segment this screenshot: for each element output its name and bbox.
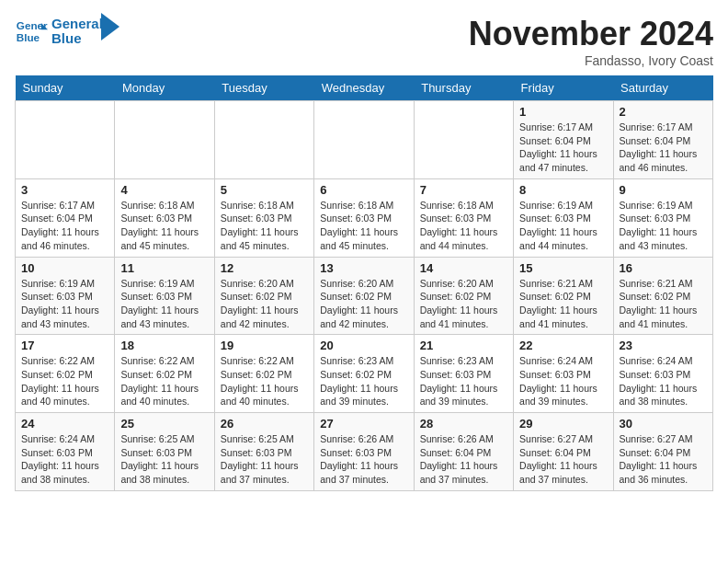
day-number: 1 (519, 105, 607, 119)
calendar-week-4: 17Sunrise: 6:22 AM Sunset: 6:02 PM Dayli… (16, 335, 713, 413)
day-info: Sunrise: 6:18 AM Sunset: 6:03 PM Dayligh… (120, 199, 208, 253)
page-header: General Blue General Blue November 2024 … (15, 15, 713, 68)
calendar-cell: 15Sunrise: 6:21 AM Sunset: 6:02 PM Dayli… (514, 257, 613, 335)
day-number: 5 (221, 183, 308, 197)
day-number: 17 (21, 339, 108, 352)
calendar-cell: 16Sunrise: 6:21 AM Sunset: 6:02 PM Dayli… (613, 257, 712, 335)
day-info: Sunrise: 6:21 AM Sunset: 6:02 PM Dayligh… (519, 277, 607, 331)
day-info: Sunrise: 6:17 AM Sunset: 6:04 PM Dayligh… (21, 199, 108, 253)
calendar-week-1: 1Sunrise: 6:17 AM Sunset: 6:04 PM Daylig… (16, 101, 713, 179)
day-number: 15 (519, 261, 607, 275)
logo: General Blue General Blue (15, 15, 119, 48)
calendar-cell: 9Sunrise: 6:19 AM Sunset: 6:03 PM Daylig… (613, 178, 712, 257)
day-info: Sunrise: 6:27 AM Sunset: 6:04 PM Dayligh… (519, 432, 607, 487)
day-number: 20 (320, 339, 407, 352)
day-info: Sunrise: 6:18 AM Sunset: 6:03 PM Dayligh… (221, 199, 308, 253)
calendar-week-5: 24Sunrise: 6:24 AM Sunset: 6:03 PM Dayli… (16, 413, 713, 491)
day-info: Sunrise: 6:20 AM Sunset: 6:02 PM Dayligh… (320, 277, 407, 331)
day-info: Sunrise: 6:19 AM Sunset: 6:03 PM Dayligh… (21, 277, 108, 331)
calendar-week-2: 3Sunrise: 6:17 AM Sunset: 6:04 PM Daylig… (16, 178, 713, 257)
calendar-cell: 24Sunrise: 6:24 AM Sunset: 6:03 PM Dayli… (16, 413, 115, 491)
day-info: Sunrise: 6:25 AM Sunset: 6:03 PM Dayligh… (221, 432, 308, 487)
logo-text-general: General (51, 17, 103, 32)
calendar-cell: 10Sunrise: 6:19 AM Sunset: 6:03 PM Dayli… (16, 257, 115, 335)
day-of-week-wednesday: Wednesday (314, 75, 414, 101)
month-title: November 2024 (469, 15, 713, 53)
day-number: 19 (221, 339, 308, 352)
day-info: Sunrise: 6:24 AM Sunset: 6:03 PM Dayligh… (620, 354, 707, 408)
day-number: 2 (620, 105, 707, 119)
calendar-cell: 17Sunrise: 6:22 AM Sunset: 6:02 PM Dayli… (16, 335, 115, 413)
logo-text-blue: Blue (51, 31, 103, 47)
day-number: 26 (221, 417, 308, 431)
day-number: 24 (21, 417, 108, 431)
calendar-cell: 5Sunrise: 6:18 AM Sunset: 6:03 PM Daylig… (214, 178, 313, 257)
day-info: Sunrise: 6:23 AM Sunset: 6:02 PM Dayligh… (320, 354, 407, 408)
logo-arrow-icon (101, 13, 119, 40)
calendar-cell: 30Sunrise: 6:27 AM Sunset: 6:04 PM Dayli… (613, 413, 712, 491)
day-number: 18 (120, 339, 208, 352)
day-info: Sunrise: 6:18 AM Sunset: 6:03 PM Dayligh… (320, 199, 407, 253)
day-info: Sunrise: 6:22 AM Sunset: 6:02 PM Dayligh… (120, 354, 208, 408)
calendar-cell: 13Sunrise: 6:20 AM Sunset: 6:02 PM Dayli… (314, 257, 414, 335)
day-of-week-sunday: Sunday (16, 75, 115, 101)
day-info: Sunrise: 6:19 AM Sunset: 6:03 PM Dayligh… (519, 199, 607, 253)
day-number: 30 (620, 417, 707, 431)
calendar-cell: 25Sunrise: 6:25 AM Sunset: 6:03 PM Dayli… (115, 413, 214, 491)
day-of-week-friday: Friday (514, 75, 613, 101)
calendar-cell: 21Sunrise: 6:23 AM Sunset: 6:03 PM Dayli… (414, 335, 513, 413)
day-info: Sunrise: 6:24 AM Sunset: 6:03 PM Dayligh… (519, 354, 607, 408)
calendar-cell: 18Sunrise: 6:22 AM Sunset: 6:02 PM Dayli… (115, 335, 214, 413)
day-info: Sunrise: 6:19 AM Sunset: 6:03 PM Dayligh… (120, 277, 208, 331)
day-info: Sunrise: 6:25 AM Sunset: 6:03 PM Dayligh… (120, 432, 208, 487)
calendar-cell: 11Sunrise: 6:19 AM Sunset: 6:03 PM Dayli… (115, 257, 214, 335)
calendar-cell: 28Sunrise: 6:26 AM Sunset: 6:04 PM Dayli… (414, 413, 513, 491)
day-info: Sunrise: 6:20 AM Sunset: 6:02 PM Dayligh… (420, 277, 507, 331)
day-of-week-thursday: Thursday (414, 75, 513, 101)
day-of-week-monday: Monday (115, 75, 214, 101)
day-number: 7 (420, 183, 507, 197)
day-info: Sunrise: 6:26 AM Sunset: 6:03 PM Dayligh… (320, 432, 407, 487)
logo-icon: General Blue (15, 15, 48, 48)
day-info: Sunrise: 6:17 AM Sunset: 6:04 PM Dayligh… (620, 121, 707, 175)
calendar-cell: 3Sunrise: 6:17 AM Sunset: 6:04 PM Daylig… (16, 178, 115, 257)
calendar-cell (16, 101, 115, 179)
day-info: Sunrise: 6:23 AM Sunset: 6:03 PM Dayligh… (420, 354, 507, 408)
day-number: 3 (21, 183, 108, 197)
calendar-cell: 23Sunrise: 6:24 AM Sunset: 6:03 PM Dayli… (613, 335, 712, 413)
svg-text:Blue: Blue (17, 31, 40, 43)
calendar-cell: 27Sunrise: 6:26 AM Sunset: 6:03 PM Dayli… (314, 413, 414, 491)
day-info: Sunrise: 6:22 AM Sunset: 6:02 PM Dayligh… (21, 354, 108, 408)
calendar-cell: 20Sunrise: 6:23 AM Sunset: 6:02 PM Dayli… (314, 335, 414, 413)
day-number: 4 (120, 183, 208, 197)
day-number: 22 (519, 339, 607, 352)
calendar-cell: 12Sunrise: 6:20 AM Sunset: 6:02 PM Dayli… (214, 257, 313, 335)
day-number: 6 (320, 183, 407, 197)
day-number: 12 (221, 261, 308, 275)
calendar-cell: 29Sunrise: 6:27 AM Sunset: 6:04 PM Dayli… (514, 413, 613, 491)
calendar-week-3: 10Sunrise: 6:19 AM Sunset: 6:03 PM Dayli… (16, 257, 713, 335)
day-number: 9 (620, 183, 707, 197)
day-info: Sunrise: 6:22 AM Sunset: 6:02 PM Dayligh… (221, 354, 308, 408)
day-number: 10 (21, 261, 108, 275)
day-info: Sunrise: 6:21 AM Sunset: 6:02 PM Dayligh… (620, 277, 707, 331)
day-number: 21 (420, 339, 507, 352)
calendar-cell: 4Sunrise: 6:18 AM Sunset: 6:03 PM Daylig… (115, 178, 214, 257)
location: Fandasso, Ivory Coast (469, 53, 713, 68)
calendar-cell (414, 101, 513, 179)
calendar-cell: 6Sunrise: 6:18 AM Sunset: 6:03 PM Daylig… (314, 178, 414, 257)
day-info: Sunrise: 6:24 AM Sunset: 6:03 PM Dayligh… (21, 432, 108, 487)
calendar-cell: 14Sunrise: 6:20 AM Sunset: 6:02 PM Dayli… (414, 257, 513, 335)
day-info: Sunrise: 6:27 AM Sunset: 6:04 PM Dayligh… (620, 432, 707, 487)
calendar-cell: 1Sunrise: 6:17 AM Sunset: 6:04 PM Daylig… (514, 101, 613, 179)
day-info: Sunrise: 6:26 AM Sunset: 6:04 PM Dayligh… (420, 432, 507, 487)
day-number: 11 (120, 261, 208, 275)
day-number: 16 (620, 261, 707, 275)
day-number: 8 (519, 183, 607, 197)
calendar-cell: 19Sunrise: 6:22 AM Sunset: 6:02 PM Dayli… (214, 335, 313, 413)
day-info: Sunrise: 6:17 AM Sunset: 6:04 PM Dayligh… (519, 121, 607, 175)
day-number: 28 (420, 417, 507, 431)
calendar-cell: 7Sunrise: 6:18 AM Sunset: 6:03 PM Daylig… (414, 178, 513, 257)
day-of-week-saturday: Saturday (613, 75, 712, 101)
calendar-cell (214, 101, 313, 179)
